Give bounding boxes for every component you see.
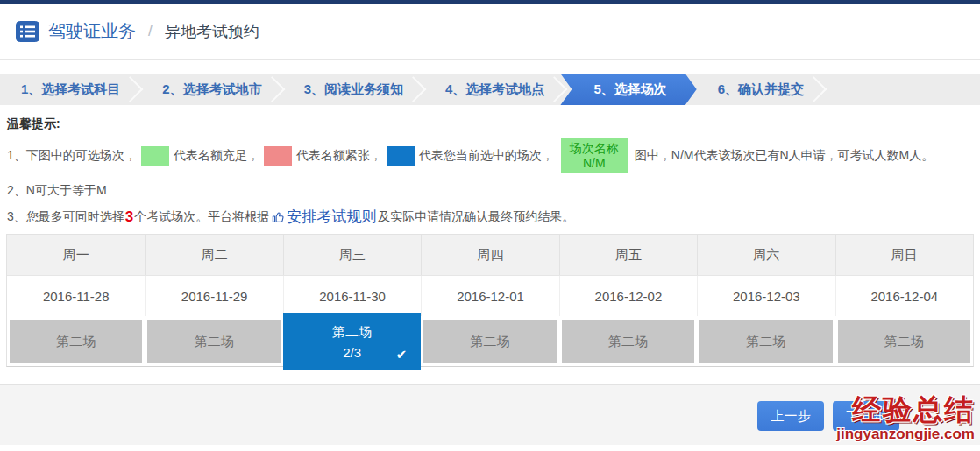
exam-rules-link-label: 安排考试规则 bbox=[287, 207, 376, 227]
tip3-middle: 个考试场次。平台将根据 bbox=[134, 209, 269, 225]
step-2-select-city: 2、选择考试地市 bbox=[141, 74, 282, 105]
tip3-prefix: 3、您最多可同时选择 bbox=[7, 209, 124, 225]
session-row: 第二场 第二场 第二场 2/3 ✔ 第二场 第二场 第二场 第二场 bbox=[7, 316, 973, 366]
step-label: 4、选择考试地点 bbox=[445, 81, 544, 98]
session-schedule-table: 周一 周二 周三 周四 周五 周六 周日 2016-11-28 2016-11-… bbox=[6, 234, 974, 367]
tips-section: 温馨提示: 1、下图中的可选场次， 代表名额充足， 代表名额紧张， 代表您当前选… bbox=[0, 105, 980, 227]
tip3-suffix: 及实际申请情况确认最终预约结果。 bbox=[378, 209, 574, 225]
step-5-select-session-active: 5、选择场次 bbox=[560, 74, 696, 105]
tip1-green-text: 代表名额充足， bbox=[174, 148, 259, 164]
weekday-header-cell: 周六 bbox=[697, 235, 834, 275]
list-icon bbox=[16, 21, 39, 42]
tip1-red-text: 代表名额紧张， bbox=[296, 148, 382, 164]
step-3-read-notice: 3、阅读业务须知 bbox=[283, 74, 424, 105]
session-chip[interactable]: 第二场 bbox=[838, 320, 970, 363]
step-label: 1、选择考试科目 bbox=[21, 81, 120, 98]
previous-step-button[interactable]: 上一步 bbox=[757, 401, 824, 431]
tip1-blue-text: 代表您当前选中的场次， bbox=[419, 148, 554, 164]
session-chip[interactable]: 第二场 bbox=[10, 320, 142, 363]
session-cell-mon[interactable]: 第二场 bbox=[7, 316, 145, 366]
session-cell-fri[interactable]: 第二场 bbox=[559, 316, 697, 366]
exam-rules-link[interactable]: 安排考试规则 bbox=[271, 207, 376, 227]
page-title: 异地考试预约 bbox=[165, 21, 259, 42]
next-step-button[interactable]: 下一步 bbox=[833, 401, 899, 431]
session-quota: 2/3 bbox=[343, 345, 361, 360]
date-cell: 2016-11-29 bbox=[145, 276, 282, 316]
session-cell-wed-selected[interactable]: 第二场 2/3 ✔ bbox=[283, 316, 421, 366]
session-chip[interactable]: 第二场 bbox=[147, 320, 280, 363]
weekday-header-cell: 周三 bbox=[283, 235, 421, 275]
green-quota-swatch bbox=[141, 146, 169, 166]
step-label: 2、选择考试地市 bbox=[162, 81, 261, 98]
step-6-confirm-submit: 6、确认并提交 bbox=[697, 74, 825, 105]
step-wizard: 1、选择考试科目 2、选择考试地市 3、阅读业务须知 4、选择考试地点 5、选择… bbox=[0, 74, 980, 105]
session-cell-thu[interactable]: 第二场 bbox=[421, 316, 558, 366]
session-cell-tue[interactable]: 第二场 bbox=[145, 316, 282, 366]
session-chip[interactable]: 第二场 bbox=[699, 320, 832, 363]
weekday-header-cell: 周日 bbox=[835, 235, 973, 275]
weekday-header-cell: 周四 bbox=[421, 235, 558, 275]
date-cell: 2016-12-03 bbox=[697, 276, 834, 316]
date-cell: 2016-12-02 bbox=[559, 276, 697, 316]
selected-session-chip[interactable]: 第二场 2/3 ✔ bbox=[283, 313, 421, 370]
breadcrumb-separator: / bbox=[148, 22, 153, 40]
header: 驾驶证业务 / 异地考试预约 bbox=[0, 4, 980, 60]
breadcrumb-root[interactable]: 驾驶证业务 bbox=[48, 19, 136, 43]
step-label: 5、选择场次 bbox=[593, 81, 666, 98]
session-cell-sat[interactable]: 第二场 bbox=[697, 316, 834, 366]
weekday-header-cell: 周五 bbox=[559, 235, 697, 275]
date-cell: 2016-11-28 bbox=[7, 276, 145, 316]
date-row: 2016-11-28 2016-11-29 2016-11-30 2016-12… bbox=[7, 275, 973, 316]
blue-selected-swatch bbox=[387, 146, 415, 166]
tip-line-1: 1、下图中的可选场次， 代表名额充足， 代表名额紧张， 代表您当前选中的场次， … bbox=[7, 138, 971, 173]
check-icon: ✔ bbox=[396, 347, 408, 363]
tips-heading: 温馨提示: bbox=[7, 116, 971, 132]
sample-box-title: 场次名称 bbox=[570, 141, 619, 155]
session-chip[interactable]: 第二场 bbox=[423, 320, 556, 363]
sample-box-quota: N/M bbox=[583, 156, 606, 170]
weekday-header-row: 周一 周二 周三 周四 周五 周六 周日 bbox=[7, 235, 973, 275]
session-cell-sun[interactable]: 第二场 bbox=[835, 316, 973, 366]
date-cell: 2016-12-04 bbox=[835, 276, 973, 316]
tip-line-2: 2、N可大于等于M bbox=[7, 183, 971, 199]
session-chip[interactable]: 第二场 bbox=[562, 320, 694, 363]
max-select-count: 3 bbox=[124, 208, 134, 226]
step-label: 3、阅读业务须知 bbox=[304, 81, 403, 98]
step-bar-filler bbox=[825, 74, 980, 105]
thumb-up-icon bbox=[271, 210, 285, 224]
step-4-select-site: 4、选择考试地点 bbox=[424, 74, 565, 105]
date-cell: 2016-12-01 bbox=[421, 276, 558, 316]
footer-action-bar: 上一步 下一步 bbox=[0, 384, 980, 445]
date-cell: 2016-11-30 bbox=[283, 276, 421, 316]
tip-line-3: 3、您最多可同时选择 3 个考试场次。平台将根据 安排考试规则 及实际申请情况确… bbox=[7, 207, 971, 227]
step-label: 6、确认并提交 bbox=[718, 81, 804, 98]
weekday-header-cell: 周二 bbox=[145, 235, 282, 275]
red-quota-swatch bbox=[264, 146, 292, 166]
tip1-suffix: 图中，N/M代表该场次已有N人申请，可考试人数M人。 bbox=[635, 148, 934, 164]
session-name: 第二场 bbox=[332, 324, 372, 341]
tip1-prefix: 1、下图中的可选场次， bbox=[7, 148, 137, 164]
weekday-header-cell: 周一 bbox=[7, 235, 145, 275]
step-1-select-subject: 1、选择考试科目 bbox=[0, 74, 141, 105]
session-sample-box: 场次名称 N/M bbox=[561, 138, 628, 173]
